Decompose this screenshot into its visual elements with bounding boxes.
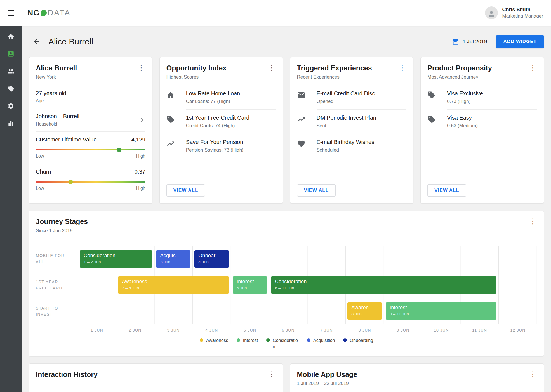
gantt-axis-label: 2 JUN xyxy=(116,324,154,332)
item-subtitle: 0.63 (Medium) xyxy=(447,123,478,129)
logo-leaf-icon xyxy=(41,10,47,16)
mobile-app-usage-menu-icon[interactable]: ⋮ xyxy=(526,369,539,379)
journey-card-menu-icon[interactable]: ⋮ xyxy=(526,216,539,226)
journey-stage-bar[interactable]: Consideration1 – 2 Jun xyxy=(80,250,152,268)
clv-slider[interactable] xyxy=(36,149,145,150)
journey-card-subtitle: Since 1 Jun 2019 xyxy=(36,228,537,233)
age-label: Age xyxy=(36,98,145,103)
list-item[interactable]: E-mail Birthday Wishes Scheduled xyxy=(290,134,413,158)
stage-bar-label: Interest xyxy=(237,279,265,285)
user-role: Marketing Manager xyxy=(502,13,543,19)
journey-stage-bar[interactable]: Interest5 Jun xyxy=(233,276,267,294)
item-subtitle: Opened xyxy=(317,99,380,104)
summary-cards-row: ⋮ Alice Burrell New York 27 years old Ag… xyxy=(29,57,544,204)
journey-stage-bar[interactable]: Acquis...3 Jun xyxy=(156,250,190,268)
stage-bar-dates: 9 – 11 Jun xyxy=(390,311,495,316)
item-title: DM Periodic Invest Plan xyxy=(317,115,376,121)
date-picker[interactable]: 1 Jul 2019 xyxy=(452,38,487,45)
interaction-history-menu-icon[interactable]: ⋮ xyxy=(265,369,278,379)
stage-bar-label: Onboar... xyxy=(198,253,227,259)
product-propensity-card: ⋮ Product Propensity Most Advanced Journ… xyxy=(420,57,544,204)
page-title: Alice Burrell xyxy=(48,37,93,46)
mail-icon xyxy=(297,91,305,99)
gantt-axis-label: 3 JUN xyxy=(154,324,193,332)
legend-label: Onboarding xyxy=(350,337,373,344)
calendar-icon xyxy=(452,38,459,45)
gantt-axis-label: 12 JUN xyxy=(499,324,537,332)
avatar xyxy=(485,6,498,19)
propensity-card-menu-icon[interactable]: ⋮ xyxy=(526,62,539,73)
opportunity-card-title: Opportunity Index xyxy=(166,64,276,72)
journey-legend: AwarenessInterestConsiderationAcquisitio… xyxy=(29,337,544,350)
churn-slider[interactable] xyxy=(36,181,145,183)
tag-icon xyxy=(427,91,436,99)
journey-stage-bar[interactable]: Onboar...4 Jun xyxy=(194,250,229,268)
main-content: Alice Burrell 1 Jul 2019 ADD WIDGET ⋮ Al… xyxy=(22,26,551,392)
journey-stage-bar[interactable]: Consideration6 – 11 Jun xyxy=(271,276,497,294)
legend-dot-icon xyxy=(307,338,310,342)
clv-label: Customer Lifetime Value xyxy=(36,136,97,143)
sidebar-item-home[interactable] xyxy=(0,28,22,45)
clv-slider-handle[interactable] xyxy=(117,148,121,152)
bottom-cards-row: ⋮ Interaction History Interaction Type D… xyxy=(29,363,544,392)
item-subtitle: Scheduled xyxy=(317,147,375,153)
profile-card: ⋮ Alice Burrell New York 27 years old Ag… xyxy=(29,57,152,204)
add-widget-button[interactable]: ADD WIDGET xyxy=(496,35,544,48)
legend-item: Interest xyxy=(237,337,258,344)
stage-bar-dates: 2 – 4 Jun xyxy=(122,285,227,290)
topbar: NG DATA Chris Smith Marketing Manager xyxy=(0,0,551,26)
gantt-axis-label: 4 JUN xyxy=(192,324,231,332)
gantt-row: Awaren...8 JunInterest9 – 11 Jun xyxy=(78,298,537,324)
sidebar xyxy=(0,26,22,392)
list-item[interactable]: DM Periodic Invest Plan Sent xyxy=(290,110,413,134)
stage-bar-label: Awaren... xyxy=(351,305,380,311)
user-menu[interactable]: Chris Smith Marketing Manager xyxy=(485,6,543,19)
journey-stage-bar[interactable]: Awareness2 – 4 Jun xyxy=(118,276,229,294)
age-value: 27 years old xyxy=(36,90,145,96)
household-row[interactable]: Johnson – Burrell Household xyxy=(29,108,152,131)
propensity-card-title: Product Propensity xyxy=(427,64,537,72)
triggered-card-menu-icon[interactable]: ⋮ xyxy=(396,62,409,73)
contact-badge-icon xyxy=(7,50,15,58)
view-all-button[interactable]: VIEW ALL xyxy=(297,184,336,197)
household-value: Johnson – Burrell xyxy=(36,113,79,120)
list-item[interactable]: Low Rate Home Loan Car Loans: 77 (High) xyxy=(160,85,283,109)
back-button[interactable] xyxy=(31,36,42,47)
legend-dot-icon xyxy=(343,338,347,342)
ngdata-logo: NG DATA xyxy=(27,8,71,17)
sidebar-item-settings[interactable] xyxy=(0,97,22,115)
journey-stage-bar[interactable]: Interest9 – 11 Jun xyxy=(386,302,496,320)
journey-stages-card: ⋮ Journey Stages Since 1 Jun 2019 MOBILE… xyxy=(29,211,544,356)
profile-card-menu-icon[interactable]: ⋮ xyxy=(135,62,148,73)
view-all-button[interactable]: VIEW ALL xyxy=(166,184,205,197)
gantt-axis-label: 9 JUN xyxy=(384,324,422,332)
clv-section: Customer Lifetime Value 4,129 Low High xyxy=(29,132,152,164)
churn-low-label: Low xyxy=(36,186,44,191)
sidebar-item-customer-profile[interactable] xyxy=(0,45,22,63)
triggered-card-subtitle: Recent Experiences xyxy=(297,74,407,80)
list-item[interactable]: Save For Your Pension Pension Savings: 7… xyxy=(160,134,283,158)
mobile-app-usage-subtitle: 1 Jul 2019 – 22 Jul 2019 xyxy=(297,381,537,386)
stage-bar-dates: 3 Jun xyxy=(160,259,189,264)
gantt-axis-label: 7 JUN xyxy=(307,324,346,332)
view-all-button[interactable]: VIEW ALL xyxy=(427,184,466,197)
churn-section: Churn 0.37 Low High xyxy=(29,164,152,196)
opportunity-index-card: ⋮ Opportunity Index Highest Scores Low R… xyxy=(159,57,283,204)
item-subtitle: Car Loans: 77 (High) xyxy=(186,99,240,104)
stage-bar-dates: 4 Jun xyxy=(198,259,227,264)
churn-slider-handle[interactable] xyxy=(69,180,73,184)
hamburger-menu-icon[interactable] xyxy=(0,0,22,26)
churn-value: 0.37 xyxy=(135,169,145,175)
propensity-card-subtitle: Most Advanced Journey xyxy=(427,74,537,80)
sidebar-item-analytics[interactable] xyxy=(0,115,22,132)
opportunity-card-menu-icon[interactable]: ⋮ xyxy=(265,62,278,73)
list-item[interactable]: Visa Easy 0.63 (Medium) xyxy=(421,110,544,134)
sidebar-item-offers[interactable] xyxy=(0,80,22,97)
list-item[interactable]: 1st Year Free Credit Card Credit Cards: … xyxy=(160,110,283,134)
sidebar-item-audiences[interactable] xyxy=(0,63,22,80)
opportunity-card-subtitle: Highest Scores xyxy=(166,74,276,80)
list-item[interactable]: Visa Exclusive 0.73 (High) xyxy=(421,85,544,109)
chevron-right-icon xyxy=(138,116,145,124)
list-item[interactable]: E-mail Credit Card Disc... Opened xyxy=(290,85,413,109)
journey-stage-bar[interactable]: Awaren...8 Jun xyxy=(347,302,382,320)
